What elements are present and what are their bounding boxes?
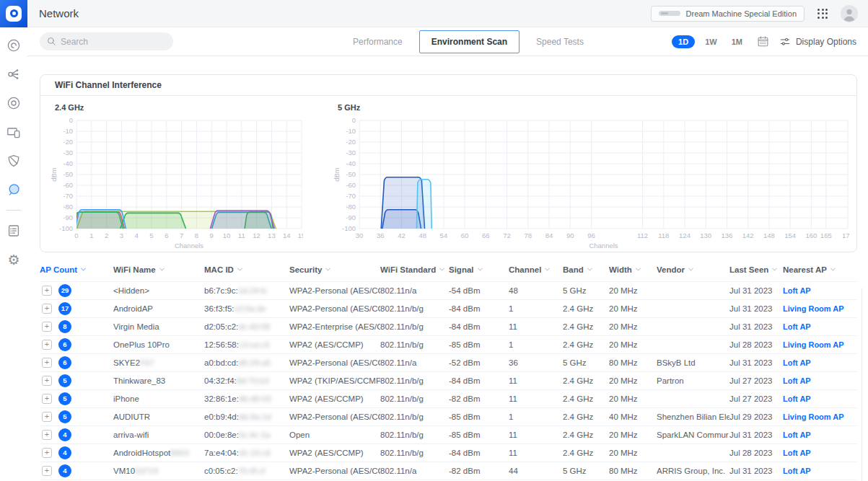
display-options-button[interactable]: Display Options (779, 36, 856, 48)
expand-row-button[interactable]: + (42, 466, 52, 476)
last-seen-cell: Jul 31 2023 (729, 281, 783, 299)
svg-text:15: 15 (298, 231, 303, 239)
svg-text:5: 5 (149, 231, 153, 239)
sidebar-item-dashboard[interactable] (0, 31, 27, 60)
column-header-wifi-standard[interactable]: WiFi Standard (380, 259, 449, 281)
time-range-1d[interactable]: 1D (672, 35, 695, 48)
wifi-name-cell: iPhone (113, 389, 204, 407)
tab-performance[interactable]: Performance (341, 37, 415, 47)
table-row[interactable]: +6SKYE2F57a0:bd:cd:d5:29:a5WPA2-Personal… (40, 353, 857, 371)
table-row[interactable]: +17AndroidAP36:f3:f5:c0:0a:deWPA2-Person… (40, 299, 857, 317)
signal-cell: -84 dBm (449, 317, 509, 335)
band-cell: 2.4 GHz (563, 371, 609, 389)
channel-cell: 44 (509, 462, 563, 480)
search-icon (47, 37, 56, 46)
nearest-ap-link[interactable]: Loft AP (783, 449, 811, 457)
column-header-nearest-ap[interactable]: Nearest AP (783, 259, 857, 281)
column-header-ap-count[interactable]: AP Count (40, 259, 113, 281)
table-row[interactable]: +6OnePlus 10Pro12:56:58:c3:ca:c5WPA2 (AE… (40, 335, 857, 353)
expand-row-button[interactable]: + (42, 358, 52, 368)
tab-environment-scan[interactable]: Environment Scan (419, 30, 520, 53)
nearest-ap-link[interactable]: Loft AP (783, 358, 811, 367)
top-bar: Network Dream Machine Special Edition (0, 0, 868, 27)
expand-row-button[interactable]: + (42, 412, 52, 422)
table-row[interactable]: +4arriva-wifi00:0e:8e:5c:4c:1aOpen802.11… (40, 425, 857, 444)
cyan-20mhz-network (416, 180, 431, 229)
ap-count-cell: +4 (40, 444, 113, 462)
table-row[interactable]: +29<Hidden>b6:7c:9c:1d:24:fcWPA2-Persona… (40, 281, 857, 299)
search-input[interactable] (61, 37, 162, 47)
sidebar-item-system-log[interactable] (0, 216, 27, 245)
sidebar-item-unifi-devices[interactable] (0, 89, 27, 118)
nearest-ap-link[interactable]: Loft AP (783, 394, 811, 403)
time-range-1w[interactable]: 1W (701, 35, 722, 48)
redacted-text: F57 (140, 358, 154, 367)
table-row[interactable]: +5iPhone32:86:1e:4b:d0:03WPA2 (AES/CCMP)… (40, 389, 857, 407)
vendor-cell: Partron (657, 371, 729, 389)
column-header-vendor[interactable]: Vendor (657, 259, 729, 281)
console-selector[interactable]: Dream Machine Special Edition (651, 6, 805, 22)
nearest-ap-link[interactable]: Loft AP (783, 431, 811, 439)
user-avatar[interactable] (841, 5, 858, 22)
table-row[interactable]: +5AUDIUTRe0:b9:4d:bb:9a:1dWPA2-Personal … (40, 407, 857, 425)
sidebar-item-client-devices[interactable] (0, 118, 27, 146)
time-range-1m[interactable]: 1M (727, 35, 747, 48)
channel-cell: 11 (509, 444, 563, 462)
expand-row-button[interactable]: + (42, 430, 52, 440)
tab-speed-tests[interactable]: Speed Tests (524, 37, 596, 47)
table-row[interactable]: +4VM1053719c0:05:c2:75:0f:cfWPA2-Persona… (40, 462, 857, 480)
wifi-standard-cell: 802.11n/b/g (380, 425, 449, 444)
sidebar-item-settings[interactable]: ⚙ (0, 245, 27, 274)
column-header-band[interactable]: Band (563, 259, 609, 281)
svg-text:-60: -60 (346, 181, 356, 189)
expand-row-button[interactable]: + (42, 304, 52, 314)
environment-scan-table: AP CountWiFi NameMAC IDSecurityWiFi Stan… (40, 259, 857, 481)
sort-caret-icon (81, 266, 86, 271)
column-header-last-seen[interactable]: Last Seen (729, 259, 783, 281)
vendor-cell: BSkyB Ltd (657, 353, 729, 371)
ap-count-cell: +29 (40, 281, 113, 299)
svg-text:11: 11 (238, 231, 245, 239)
expand-row-button[interactable]: + (42, 340, 52, 350)
expand-row-button[interactable]: + (42, 394, 52, 404)
column-label: Channel (509, 265, 541, 274)
search-box[interactable] (40, 32, 173, 50)
nearest-ap-cell: Loft AP (783, 371, 857, 389)
column-header-wifi-name[interactable]: WiFi Name (113, 259, 204, 281)
expand-row-button[interactable]: + (42, 448, 52, 458)
nearest-ap-link[interactable]: Loft AP (783, 376, 811, 385)
view-tabs: PerformanceEnvironment ScanSpeed Tests (341, 27, 596, 56)
unifi-logo[interactable] (0, 0, 27, 27)
toolbar: PerformanceEnvironment ScanSpeed Tests 1… (27, 27, 868, 56)
security-cell: WPA2 (AES/CCMP) (289, 444, 380, 462)
sort-caret-icon (439, 266, 444, 271)
redacted-text: d1:19:c6 (239, 449, 271, 457)
nearest-ap-link[interactable]: Living Room AP (783, 412, 844, 421)
nearest-ap-link[interactable]: Loft AP (783, 467, 811, 475)
table-row[interactable]: +5Thinkware_8304:32:f4:8d:70:b3WPA2 (TKI… (40, 371, 857, 389)
sidebar-item-security[interactable] (0, 146, 27, 175)
calendar-icon[interactable] (757, 35, 769, 48)
app-switcher-icon[interactable] (817, 9, 828, 19)
expand-row-button[interactable]: + (42, 322, 52, 332)
table-row[interactable]: +4AndroidHotspot89037a:e4:04:d1:19:c6WPA… (40, 444, 857, 462)
sidebar-item-topology[interactable] (0, 60, 27, 89)
ap-count-cell: +17 (40, 299, 113, 317)
nearest-ap-link[interactable]: Living Room AP (783, 340, 844, 349)
column-header-security[interactable]: Security (289, 259, 380, 281)
table-row[interactable]: +8Virgin Mediad2:05:c2:dc:43:09WPA2-Ente… (40, 317, 857, 335)
wifi-standard-cell: 802.11n/b/g (380, 317, 449, 335)
nearest-ap-link[interactable]: Loft AP (783, 322, 811, 331)
nearest-ap-link[interactable]: Living Room AP (783, 304, 844, 313)
expand-row-button[interactable]: + (42, 286, 52, 296)
navy-40mhz-network (382, 210, 421, 229)
column-header-mac-id[interactable]: MAC ID (204, 259, 289, 281)
column-header-signal[interactable]: Signal (449, 259, 509, 281)
column-label: Nearest AP (783, 265, 827, 274)
svg-text:30: 30 (356, 231, 364, 239)
nearest-ap-link[interactable]: Loft AP (783, 286, 811, 295)
expand-row-button[interactable]: + (42, 376, 52, 386)
column-header-channel[interactable]: Channel (509, 259, 563, 281)
sidebar-item-wifi-environment[interactable] (0, 175, 27, 204)
column-header-width[interactable]: Width (609, 259, 657, 281)
